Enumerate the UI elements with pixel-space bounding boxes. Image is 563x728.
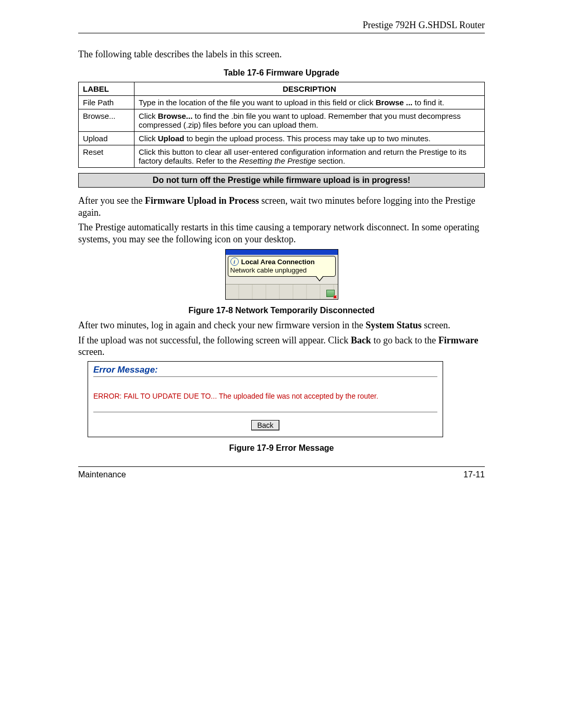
page-footer: Maintenance 17-11	[78, 466, 485, 479]
row-desc: Type in the location of the file you wan…	[134, 96, 485, 109]
figure-caption: Figure 17-9 Error Message	[78, 443, 485, 453]
table-row: Browse... Click Browse... to find the .b…	[79, 109, 485, 132]
paragraph: If the upload was not successful, the fo…	[78, 335, 485, 358]
row-label: Reset	[79, 145, 134, 168]
col-description: DESCRIPTION	[134, 82, 485, 96]
notification-balloon: i Local Area Connection Network cable un…	[228, 256, 336, 277]
firmware-upgrade-table: LABEL DESCRIPTION File Path Type in the …	[78, 82, 485, 168]
paragraph: After you see the Firmware Upload in Pro…	[78, 195, 485, 218]
footer-page-number: 17-11	[463, 470, 485, 479]
taskbar	[226, 284, 338, 299]
error-message-figure: Error Message: ERROR: FAIL TO UPDATE DUE…	[88, 361, 443, 437]
paragraph: The Prestige automatically restarts in t…	[78, 221, 485, 245]
row-desc: Click Upload to begin the upload process…	[134, 132, 485, 145]
row-desc: Click Browse... to find the .bin file yo…	[134, 109, 485, 132]
back-button[interactable]: Back	[251, 420, 279, 430]
window-titlebar	[226, 250, 338, 255]
network-disconnected-figure: i Local Area Connection Network cable un…	[225, 249, 338, 300]
info-icon: i	[230, 257, 239, 266]
row-desc: Click this button to clear all user-ente…	[134, 145, 485, 168]
col-label: LABEL	[79, 82, 134, 96]
warning-banner: Do not turn off the Prestige while firmw…	[78, 173, 485, 188]
footer-section: Maintenance	[78, 470, 126, 479]
paragraph: After two minutes, log in again and chec…	[78, 319, 485, 331]
table-row: Upload Click Upload to begin the upload …	[79, 132, 485, 145]
balloon-title: Local Area Connection	[241, 258, 315, 266]
table-row: Reset Click this button to clear all use…	[79, 145, 485, 168]
row-label: File Path	[79, 96, 134, 109]
page-header: Prestige 792H G.SHDSL Router	[78, 20, 485, 33]
table-header-row: LABEL DESCRIPTION	[79, 82, 485, 96]
table-caption: Table 17-6 Firmware Upgrade	[78, 68, 485, 78]
error-heading: Error Message:	[88, 362, 443, 376]
figure-caption: Figure 17-8 Network Temporarily Disconne…	[78, 306, 485, 315]
product-title: Prestige 792H G.SHDSL Router	[363, 20, 485, 30]
error-text: ERROR: FAIL TO UPDATE DUE TO... The uplo…	[88, 377, 443, 412]
intro-text: The following table describes the labels…	[78, 49, 485, 60]
balloon-subtext: Network cable unplugged	[230, 266, 333, 274]
row-label: Browse...	[79, 109, 134, 132]
row-label: Upload	[79, 132, 134, 145]
table-row: File Path Type in the location of the fi…	[79, 96, 485, 109]
network-tray-icon	[326, 290, 335, 297]
